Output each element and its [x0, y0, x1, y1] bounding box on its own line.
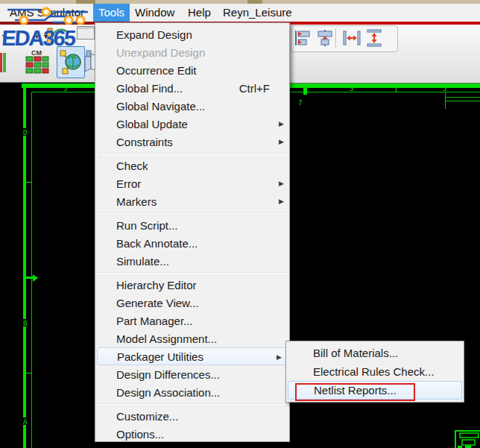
component-grid-icon[interactable]: CM — [24, 47, 51, 77]
menu-ams-simulator[interactable]: AMS Simulator — [4, 4, 89, 22]
zone-tick — [23, 182, 32, 183]
submenu-arrow-icon: ▶ — [277, 353, 282, 361]
menu-window[interactable]: Window — [130, 4, 180, 22]
zone-tick — [396, 83, 397, 92]
menu-help[interactable]: Help — [183, 4, 216, 22]
menu-item-constraints[interactable]: Constraints▶ — [95, 133, 289, 151]
menu-item-run-script[interactable]: Run Script... — [95, 216, 289, 234]
menu-reyn-leisure[interactable]: Reyn_Leisure — [218, 4, 297, 22]
frame-left-bar — [23, 83, 26, 448]
menu-item-occurrence-edit[interactable]: Occurrence Edit — [95, 61, 289, 79]
menu-separator — [97, 272, 288, 274]
menu-item-part-manager[interactable]: Part Manager... — [95, 312, 289, 329]
menu-separator — [97, 153, 288, 154]
submenu-arrow-icon: ▶ — [279, 198, 284, 205]
zone-label: B — [23, 320, 27, 327]
window-icon[interactable] — [77, 26, 95, 40]
align-objects-icon[interactable] — [293, 28, 312, 51]
menu-item-expand-design[interactable]: Expand Design — [95, 25, 289, 43]
title-block-row — [460, 433, 479, 438]
partial-grid-icon[interactable] — [0, 50, 6, 77]
submenu-arrow-icon: ▶ — [279, 120, 284, 127]
zone-label: A — [23, 418, 28, 426]
menu-item-design-association[interactable]: Design Association... — [95, 383, 289, 401]
frame-stub — [303, 83, 307, 95]
frame-line — [445, 97, 480, 98]
cursor-arrow — [33, 274, 38, 282]
menu-item-packager-utilities[interactable]: Packager Utilities▶ — [97, 347, 288, 365]
space-horizontally-icon[interactable] — [342, 28, 361, 51]
menu-item-electrical-rules-check[interactable]: Electrical Rules Check... — [286, 362, 464, 381]
frame-top-line-right — [290, 92, 480, 92]
zone-label: 3 — [350, 85, 353, 92]
menu-item-markers[interactable]: Markers▶ — [95, 192, 289, 210]
menu-item-simulate[interactable]: Simulate... — [95, 252, 289, 270]
toolbar-right — [290, 25, 480, 83]
menu-item-check[interactable]: Check — [95, 157, 289, 174]
zone-label: D — [23, 129, 27, 136]
menu-item-netlist-reports[interactable]: Netlist Reports... — [288, 381, 462, 400]
space-vertically-icon[interactable] — [364, 28, 384, 51]
menu-item-global-update[interactable]: Global Update▶ — [95, 115, 289, 133]
toolbar-separator — [335, 28, 337, 48]
zone-label: 5 — [443, 85, 446, 92]
app-window: 5 D B A 7 3 5 AMS Simulator Tools — [0, 0, 480, 448]
submenu-arrow-icon: ▶ — [279, 180, 284, 187]
cursor-stub — [26, 277, 33, 279]
menu-item-error[interactable]: Error▶ — [95, 174, 289, 192]
menu-item-unexpand-design: Unexpand Design — [95, 43, 289, 61]
menu-item-back-annotate[interactable]: Back Annotate... — [95, 234, 289, 252]
menu-item-global-find[interactable]: Global Find...Ctrl+F — [95, 79, 289, 97]
zone-tick — [23, 373, 32, 373]
frame-left-line — [31, 92, 32, 448]
title-block-row — [462, 440, 475, 445]
menu-item-options[interactable]: Options... — [95, 425, 289, 443]
menu-item-bill-of-materials[interactable]: Bill of Materials... — [286, 344, 464, 362]
frame-top-bar-left — [22, 83, 95, 88]
menu-item-generate-view[interactable]: Generate View... — [95, 294, 289, 312]
menu-tools[interactable]: Tools — [93, 4, 130, 22]
combo-dropdown-icon[interactable]: ▼ — [42, 33, 49, 40]
submenu-arrow-icon: ▶ — [279, 138, 284, 145]
network-globe-icon[interactable] — [57, 46, 85, 78]
frame-line — [445, 101, 480, 101]
tools-dropdown-menu: Expand Design Unexpand Design Occurrence… — [95, 22, 290, 442]
combo-dropdown-icon[interactable]: ▼ — [1, 33, 7, 40]
menu-item-hierarchy-editor[interactable]: Hierarchy Editor — [95, 276, 289, 294]
menu-separator — [97, 403, 288, 405]
menu-bar: AMS Simulator Tools Window Help Reyn_Lei… — [0, 4, 480, 22]
packager-utilities-submenu: Bill of Materials... Electrical Rules Ch… — [285, 341, 464, 403]
zone-label: 5 — [63, 85, 67, 92]
menu-item-customize[interactable]: Customize... — [95, 407, 289, 425]
combo-dropdown-icon[interactable]: ▼ — [34, 33, 40, 40]
menu-item-design-differences[interactable]: Design Differences... — [95, 365, 289, 383]
frame-top-bar-right — [290, 83, 480, 88]
distribute-objects-icon[interactable] — [315, 28, 335, 51]
menu-separator — [97, 212, 288, 214]
menu-item-model-assignment[interactable]: Model Assignment... — [95, 329, 289, 347]
cm-icon-label: CM — [31, 49, 42, 57]
menu-item-global-navigate[interactable]: Global Navigate... — [95, 97, 289, 115]
shortcut-label: Ctrl+F — [239, 82, 282, 95]
toolbar-left: ▼ ▼ ▼ CM — [0, 25, 95, 83]
zone-label: 7 — [298, 99, 302, 107]
